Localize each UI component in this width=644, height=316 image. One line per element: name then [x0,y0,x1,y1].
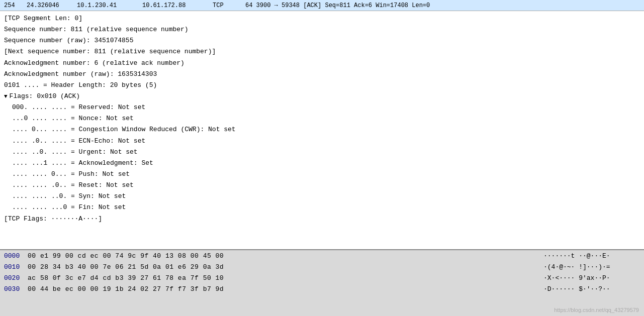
packet-proto: TCP [213,2,245,9]
attribution: https://blog.csdn.net/qq_43279579 [554,307,639,313]
detail-line: Acknowledgment number (raw): 1635314303 [0,69,644,80]
hex-pane: 000000 e1 99 00 cd ec 00 74 9c 9f 40 13 … [0,250,644,316]
hex-offset: 0010 [0,263,28,271]
hex-bytes: 00 44 be ec 00 00 19 1b 24 02 27 7f f7 3… [28,285,543,293]
detail-line: .... .0.. .... = ECN-Echo: Not set [0,136,644,147]
hex-bytes: 00 e1 99 00 cd ec 00 74 9c 9f 40 13 08 0… [28,252,543,260]
hex-row: 003000 44 be ec 00 00 19 1b 24 02 27 7f … [0,283,644,294]
detail-line: .... .... .0.. = Reset: Not set [0,180,644,191]
detail-line: .... .... ...0 = Fin: Not set [0,202,644,213]
detail-line: .... .... ..0. = Syn: Not set [0,191,644,202]
packet-dst: 10.61.172.88 [142,2,213,9]
hex-row: 0020ac 58 0f 3c e7 d4 cd b3 39 27 61 78 … [0,272,644,283]
detail-line: Sequence number (raw): 3451074855 [0,35,644,46]
hex-bytes: ac 58 0f 3c e7 d4 cd b3 39 27 61 78 ea 7… [28,274,543,282]
hex-ascii: ·X·<···· 9'ax··P· [543,274,644,282]
expand-triangle-icon [4,93,8,99]
packet-src: 10.1.230.41 [77,2,142,9]
hex-offset: 0020 [0,274,28,282]
packet-row: 254 24.326046 10.1.230.41 10.61.172.88 T… [0,0,644,11]
detail-line: .... 0... .... = Congestion Window Reduc… [0,124,644,135]
detail-line: .... .... 0... = Push: Not set [0,169,644,180]
detail-line: ...0 .... .... = Nonce: Not set [0,113,644,124]
detail-line[interactable]: Flags: 0x010 (ACK) [0,91,644,102]
detail-line: 000. .... .... = Reserved: Not set [0,102,644,113]
detail-line: .... ...1 .... = Acknowledgment: Set [0,158,644,169]
hex-ascii: ·(4·@·~· !]···)·= [543,263,644,271]
detail-line: [TCP Segment Len: 0] [0,13,644,24]
packet-info: 64 3900 → 59348 [ACK] Seq=811 Ack=6 Win=… [245,2,640,9]
detail-line: 0101 .... = Header Length: 20 bytes (5) [0,80,644,91]
detail-line: .... ..0. .... = Urgent: Not set [0,147,644,158]
hex-offset: 0030 [0,285,28,293]
hex-bytes: 00 28 34 b3 40 00 7e 06 21 5d 0a 01 e6 2… [28,263,543,271]
hex-ascii: ·D······ $·'··?·· [543,285,644,293]
detail-pane: [TCP Segment Len: 0]Sequence number: 811… [0,11,644,250]
detail-line: [TCP Flags: ·······A····] [0,214,644,225]
hex-offset: 0000 [0,252,28,260]
packet-time: 24.326046 [27,2,77,9]
packet-num: 254 [4,2,27,9]
detail-line: Acknowledgment number: 6 (relative ack n… [0,58,644,69]
hex-ascii: ·······t ··@···E· [543,252,644,260]
hex-row: 001000 28 34 b3 40 00 7e 06 21 5d 0a 01 … [0,261,644,272]
detail-line: [Next sequence number: 811 (relative seq… [0,46,644,57]
detail-line: Sequence number: 811 (relative sequence … [0,24,644,35]
hex-row: 000000 e1 99 00 cd ec 00 74 9c 9f 40 13 … [0,250,644,261]
